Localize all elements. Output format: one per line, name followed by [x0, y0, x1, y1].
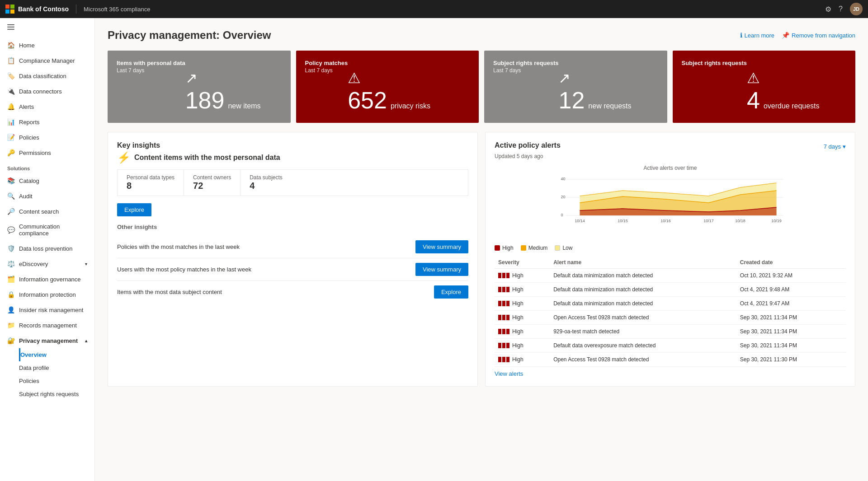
sidebar-item-reports-label: Reports [19, 119, 40, 126]
warning-icon-1: ⚠ [348, 70, 430, 87]
sidebar-item-communication-compliance[interactable]: 💬 Communication compliance [0, 219, 94, 241]
remove-nav-label: Remove from navigation [792, 32, 855, 39]
page-header-actions: ℹ Learn more 📌 Remove from navigation [740, 32, 855, 39]
sidebar-item-audit[interactable]: 🔍 Audit [0, 188, 94, 204]
learn-more-link[interactable]: ℹ Learn more [740, 32, 774, 39]
lightning-icon: ⚡ [117, 151, 131, 164]
sev-bar-2 [502, 315, 505, 320]
reports-icon: 📊 [7, 118, 14, 126]
svg-text:20: 20 [561, 195, 566, 199]
sidebar-item-policies[interactable]: 📝 Policies [0, 130, 94, 145]
information-protection-icon: 🔒 [7, 291, 14, 298]
insight-row-3-label: Items with the most data subject content [117, 289, 429, 295]
sidebar-item-privacy-management-label: Privacy management [19, 337, 78, 344]
stat-cards: Items with personal data Last 7 days ↗ 1… [108, 51, 855, 123]
sidebar-item-catalog[interactable]: 📚 Catalog [0, 173, 94, 188]
alert-date-cell: Sep 30, 2021 11:34 PM [736, 339, 846, 353]
alert-name-cell: Open Access Test 0928 match detected [550, 311, 736, 325]
severity-bars: High [498, 328, 546, 335]
sidebar-subitem-subject-rights-requests-label: Subject rights requests [19, 391, 79, 397]
sidebar-item-alerts[interactable]: 🔔 Alerts [0, 99, 94, 114]
time-filter-value: 7 days [824, 143, 841, 150]
sidebar-item-insider-risk-label: Insider risk management [19, 307, 83, 313]
table-row: High Default data minimization match det… [495, 269, 846, 283]
sev-bar-2 [502, 273, 505, 278]
sidebar-subitem-policies[interactable]: Policies [19, 374, 94, 388]
time-filter-dropdown[interactable]: 7 days ▾ [824, 143, 846, 150]
sidebar-item-reports[interactable]: 📊 Reports [0, 114, 94, 130]
sidebar-item-records-management[interactable]: 📁 Records management [0, 318, 94, 333]
sidebar-item-information-protection[interactable]: 🔒 Information protection [0, 287, 94, 302]
view-summary-button-1[interactable]: View summary [415, 240, 468, 253]
severity-cell: High [495, 283, 550, 297]
help-icon[interactable]: ? [839, 5, 843, 13]
remove-nav-link[interactable]: 📌 Remove from navigation [782, 32, 855, 39]
alert-date-cell: Oct 4, 2021 9:48 AM [736, 283, 846, 297]
sidebar-item-communication-compliance-label: Communication compliance [19, 223, 87, 237]
svg-rect-1 [10, 5, 14, 9]
severity-label: High [512, 286, 524, 293]
avatar[interactable]: JD [850, 3, 863, 15]
sidebar-item-information-governance[interactable]: 🗂️ Information governance [0, 271, 94, 287]
sidebar-subitem-overview[interactable]: Overview [19, 348, 94, 361]
alert-name-cell: Default data minimization match detected [550, 283, 736, 297]
explore-button-2[interactable]: Explore [434, 285, 468, 299]
arrow-up-right-icon: ↗ [185, 70, 261, 87]
content-owners-label: Content owners [193, 174, 231, 181]
sev-bar-3 [506, 287, 509, 292]
topbar-divider [76, 5, 76, 14]
legend-high-dot [495, 245, 500, 251]
insight-row-2-label: Users with the most policy matches in th… [117, 266, 410, 273]
severity-label: High [512, 300, 524, 307]
sidebar-item-ediscovery-label: eDiscovery [19, 261, 48, 267]
sev-bar-2 [502, 357, 505, 362]
app-logo: Bank of Contoso [5, 5, 69, 14]
personal-data-types-value: 8 [127, 181, 175, 191]
insight-header: ⚡ Content items with the most personal d… [117, 151, 468, 164]
legend-medium-dot [521, 245, 526, 251]
svg-rect-3 [10, 9, 14, 14]
sidebar-item-permissions[interactable]: 🔑 Permissions [0, 145, 94, 160]
sidebar-item-home[interactable]: 🏠 Home [0, 37, 94, 53]
sidebar-subitem-subject-rights-requests[interactable]: Subject rights requests [19, 388, 94, 401]
hamburger-button[interactable] [0, 18, 94, 37]
alert-name-cell: 929-oa-test match detected [550, 325, 736, 339]
settings-icon[interactable]: ⚙ [825, 5, 831, 14]
sidebar-item-data-connectors[interactable]: 🔌 Data connectors [0, 84, 94, 99]
alert-name-cell: Default data overexposure match detected [550, 339, 736, 353]
sev-bar-3 [506, 329, 509, 334]
sidebar-item-information-protection-label: Information protection [19, 291, 76, 298]
sidebar-subitem-overview-label: Overview [20, 351, 47, 358]
sidebar-subitem-data-profile[interactable]: Data profile [19, 361, 94, 374]
stat-card-2-desc: privacy risks [391, 102, 430, 110]
sev-bar-1 [498, 357, 501, 362]
svg-text:10/19: 10/19 [771, 219, 782, 223]
compliance-manager-icon: 📋 [7, 57, 14, 64]
view-alerts-link[interactable]: View alerts [495, 370, 523, 377]
sidebar-item-privacy-management[interactable]: 🔐 Privacy management ▴ [0, 333, 94, 348]
sidebar-item-audit-label: Audit [19, 193, 33, 200]
sev-bar-1 [498, 329, 501, 334]
updated-text: Updated 5 days ago [495, 153, 846, 159]
stats-cell-data-subjects: Data subjects 4 [241, 170, 292, 196]
sidebar-item-data-loss-prevention[interactable]: 🛡️ Data loss prevention [0, 241, 94, 256]
alerts-icon: 🔔 [7, 103, 14, 110]
sev-bar-3 [506, 273, 509, 278]
severity-label: High [512, 272, 524, 279]
content-area: Privacy management: Overview ℹ Learn mor… [95, 18, 868, 481]
alert-name-cell: Open Access Test 0928 match detected [550, 353, 736, 367]
key-insights-title: Key insights [117, 141, 468, 149]
sidebar-item-content-search[interactable]: 🔎 Content search [0, 204, 94, 219]
sidebar-item-insider-risk[interactable]: 👤 Insider risk management [0, 302, 94, 318]
sidebar-item-data-classification[interactable]: 🏷️ Data classification [0, 68, 94, 84]
severity-label: High [512, 328, 524, 335]
view-summary-button-2[interactable]: View summary [415, 263, 468, 276]
insight-row-2: Users with the most policy matches in th… [117, 258, 468, 281]
topbar-actions: ⚙ ? JD [825, 3, 863, 15]
stat-card-4-desc: overdue requests [764, 102, 820, 110]
explore-button[interactable]: Explore [117, 203, 151, 216]
sidebar-item-compliance-manager[interactable]: 📋 Compliance Manager [0, 53, 94, 68]
sidebar-item-ediscovery[interactable]: ⚖️ eDiscovery ▾ [0, 256, 94, 271]
main-layout: 🏠 Home 📋 Compliance Manager 🏷️ Data clas… [0, 18, 868, 481]
data-connectors-icon: 🔌 [7, 88, 14, 95]
